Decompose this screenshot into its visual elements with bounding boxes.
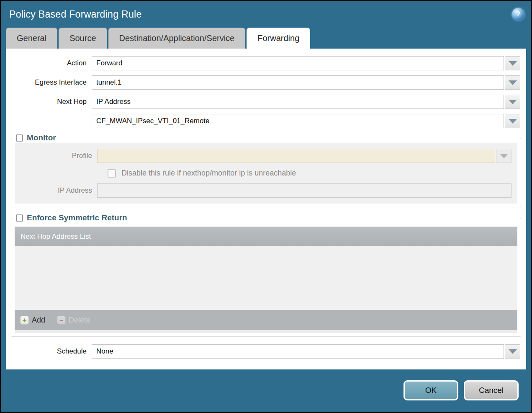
next-hop-address-dropdown-button[interactable] bbox=[505, 114, 520, 128]
disable-rule-label: Disable this rule if nexthop/monitor ip … bbox=[121, 169, 296, 178]
egress-interface-input[interactable] bbox=[92, 75, 504, 90]
chevron-down-icon bbox=[509, 100, 517, 104]
profile-label: Profile bbox=[15, 152, 97, 160]
action-label: Action bbox=[6, 59, 92, 67]
egress-interface-label: Egress Interface bbox=[6, 78, 92, 87]
monitor-ip-address-row: IP Address bbox=[15, 183, 511, 198]
table-footer: + Add − Delete bbox=[15, 310, 517, 330]
monitor-ip-address-label: IP Address bbox=[15, 186, 97, 195]
schedule-dropdown-button[interactable] bbox=[505, 344, 520, 359]
table-body-empty[interactable] bbox=[15, 246, 517, 310]
tab-source[interactable]: Source bbox=[59, 28, 107, 49]
egress-interface-row: Egress Interface bbox=[6, 75, 520, 90]
symmetric-return-checkbox[interactable] bbox=[16, 214, 23, 222]
add-button[interactable]: + Add bbox=[20, 316, 45, 325]
action-dropdown-button[interactable] bbox=[505, 56, 520, 70]
ok-button[interactable]: OK bbox=[403, 380, 458, 400]
chevron-down-icon bbox=[509, 61, 517, 66]
action-row: Action bbox=[6, 56, 520, 70]
delete-button[interactable]: − Delete bbox=[57, 316, 90, 325]
schedule-input[interactable] bbox=[92, 344, 504, 359]
monitor-ip-address-input[interactable] bbox=[97, 183, 511, 198]
next-hop-row: Next Hop bbox=[6, 95, 520, 109]
monitor-disabled-area: Profile Disable this rule if nexthop/mon… bbox=[15, 143, 517, 204]
next-hop-address-input[interactable] bbox=[92, 114, 504, 128]
cancel-button[interactable]: Cancel bbox=[464, 380, 519, 400]
disable-rule-checkbox[interactable] bbox=[108, 169, 116, 178]
profile-input[interactable] bbox=[97, 149, 495, 163]
chevron-down-icon bbox=[500, 154, 508, 158]
monitor-checkbox[interactable] bbox=[16, 134, 23, 142]
minus-icon: − bbox=[57, 316, 66, 325]
schedule-row: Schedule bbox=[6, 344, 520, 359]
next-hop-type-input[interactable] bbox=[92, 95, 504, 109]
chevron-down-icon bbox=[509, 80, 517, 85]
tab-general[interactable]: General bbox=[6, 28, 57, 49]
symmetric-return-group: Enforce Symmetric Return Next Hop Addres… bbox=[11, 213, 521, 337]
egress-interface-dropdown-button[interactable] bbox=[505, 75, 520, 90]
tab-destination-application-service[interactable]: Destination/Application/Service bbox=[108, 28, 246, 49]
schedule-label: Schedule bbox=[6, 347, 92, 356]
profile-dropdown-button[interactable] bbox=[496, 149, 511, 163]
symmetric-return-legend-label: Enforce Symmetric Return bbox=[27, 213, 127, 222]
delete-button-label: Delete bbox=[69, 316, 90, 325]
monitor-group: Monitor Profile Disable this rule if nex… bbox=[11, 133, 521, 207]
forwarding-tab-panel: Action Egress Interface Next Hop bbox=[6, 49, 526, 369]
tab-forwarding[interactable]: Forwarding bbox=[247, 28, 310, 49]
table-header-next-hop-address-list: Next Hop Address List bbox=[15, 227, 517, 246]
symmetric-return-legend: Enforce Symmetric Return bbox=[15, 213, 131, 222]
footer-bar: OK Cancel bbox=[1, 369, 531, 411]
chevron-down-icon bbox=[509, 349, 517, 354]
action-input[interactable] bbox=[92, 56, 504, 70]
profile-row: Profile bbox=[15, 149, 511, 163]
table-bottom-strip bbox=[15, 330, 517, 333]
monitor-legend: Monitor bbox=[15, 133, 59, 142]
disable-rule-row: Disable this rule if nexthop/monitor ip … bbox=[108, 169, 517, 178]
policy-based-forwarding-rule-dialog: Policy Based Forwarding Rule ? General S… bbox=[0, 0, 532, 413]
next-hop-type-dropdown-button[interactable] bbox=[505, 95, 520, 109]
title-bar: Policy Based Forwarding Rule ? bbox=[1, 1, 531, 28]
next-hop-address-row bbox=[6, 114, 520, 128]
next-hop-label: Next Hop bbox=[6, 98, 92, 106]
tab-bar: General Source Destination/Application/S… bbox=[1, 28, 531, 49]
page-title: Policy Based Forwarding Rule bbox=[9, 9, 142, 20]
add-button-label: Add bbox=[32, 316, 45, 325]
next-hop-address-list-table: Next Hop Address List + Add − Delete bbox=[15, 227, 517, 333]
chevron-down-icon bbox=[509, 119, 517, 124]
monitor-legend-label: Monitor bbox=[27, 133, 56, 142]
plus-icon: + bbox=[20, 316, 29, 325]
help-icon[interactable]: ? bbox=[512, 8, 524, 21]
